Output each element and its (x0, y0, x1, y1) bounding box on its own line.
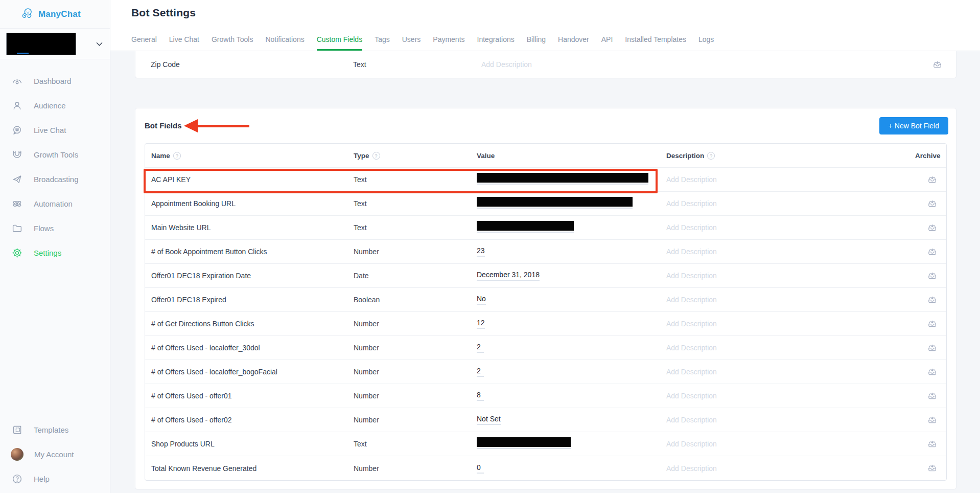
archive-icon[interactable] (927, 247, 937, 257)
field-value[interactable]: 12 (477, 319, 485, 329)
archive-icon[interactable] (927, 295, 937, 305)
field-value[interactable]: 0 (477, 463, 484, 474)
field-type: Number (354, 344, 477, 352)
field-name: Shop Products URL (145, 440, 354, 448)
tab-billing[interactable]: Billing (527, 35, 546, 51)
sidebar-item-label: Audience (34, 101, 66, 110)
sidebar-item-settings[interactable]: Settings (0, 240, 110, 265)
add-description-button[interactable]: Add Description (666, 464, 717, 473)
tab-custom-fields[interactable]: Custom Fields (317, 35, 362, 51)
new-bot-field-button[interactable]: + New Bot Field (879, 117, 948, 135)
archive-icon[interactable] (927, 367, 937, 377)
field-value[interactable] (477, 173, 648, 185)
help-icon[interactable]: ? (173, 152, 181, 160)
add-description-button[interactable]: Add Description (666, 248, 717, 256)
field-type: Number (354, 368, 477, 376)
add-description-button[interactable]: Add Description (666, 320, 717, 328)
sidebar-item-help[interactable]: Help (0, 466, 110, 491)
account-switcher[interactable] (0, 29, 110, 59)
tab-handover[interactable]: Handover (558, 35, 589, 51)
field-value[interactable] (477, 197, 633, 209)
sidebar-item-label: Templates (34, 425, 68, 434)
tab-logs[interactable]: Logs (698, 35, 714, 51)
archive-icon[interactable] (927, 223, 937, 233)
add-description-button[interactable]: Add Description (666, 344, 717, 352)
field-name: # of Get Directions Button Clicks (145, 320, 354, 328)
add-description-button[interactable]: Add Description (666, 296, 717, 304)
archive-icon[interactable] (927, 175, 937, 185)
content: Zip Code Text Add Description Bot Fields… (135, 51, 956, 489)
field-value[interactable]: No (477, 295, 486, 305)
manychat-octopus-icon (19, 7, 35, 21)
sidebar-item-label: Help (34, 475, 50, 483)
field-name: # of Book Appointment Button Clicks (145, 248, 354, 256)
add-description-button[interactable]: Add Description (666, 392, 717, 400)
field-value[interactable]: 2 (477, 367, 484, 377)
redaction-bar (477, 173, 648, 183)
archive-icon[interactable] (927, 391, 937, 401)
help-icon[interactable]: ? (707, 152, 715, 160)
add-description-button[interactable]: Add Description (666, 175, 717, 184)
sidebar-item-flows[interactable]: Flows (0, 216, 110, 240)
tab-integrations[interactable]: Integrations (477, 35, 515, 51)
sidebar: ManyChat DashboardAudienceLive ChatGrowt… (0, 0, 110, 493)
sidebar-nav: DashboardAudienceLive ChatGrowth ToolsBr… (0, 59, 110, 265)
add-description-button[interactable]: Add Description (666, 416, 717, 424)
archive-icon[interactable] (927, 463, 937, 473)
help-icon (11, 473, 23, 485)
tab-notifications[interactable]: Notifications (265, 35, 304, 51)
sidebar-item-broadcasting[interactable]: Broadcasting (0, 167, 110, 191)
archive-icon[interactable] (927, 439, 937, 449)
archive-icon[interactable] (927, 343, 937, 353)
brand-name: ManyChat (38, 9, 81, 19)
archive-icon[interactable] (927, 319, 937, 329)
brand-logo[interactable]: ManyChat (0, 0, 110, 29)
archive-icon[interactable] (927, 415, 937, 425)
add-description-button[interactable]: Add Description (666, 368, 717, 376)
tab-users[interactable]: Users (402, 35, 421, 51)
add-description-button[interactable]: Add Description (666, 199, 717, 208)
add-description-button[interactable]: Add Description (666, 440, 717, 448)
tab-installed-templates[interactable]: Installed Templates (625, 35, 686, 51)
add-description-button[interactable]: Add Description (666, 272, 717, 280)
broadcasting-icon (11, 173, 23, 185)
field-type: Text (353, 60, 481, 69)
bot-fields-card: Bot Fields + New Bot Field Name? Type? V… (135, 108, 956, 489)
table-row-main-website-url: Main Website URL Text Add Description (145, 216, 946, 240)
field-value[interactable] (477, 437, 571, 449)
tab-tags[interactable]: Tags (375, 35, 390, 51)
sidebar-item-templates[interactable]: Templates (0, 417, 110, 442)
sidebar-item-live-chat[interactable]: Live Chat (0, 118, 110, 142)
field-name: # of Offers Used - offer02 (145, 416, 354, 424)
sidebar-item-my-account[interactable]: My Account (0, 442, 110, 466)
sidebar-item-dashboard[interactable]: Dashboard (0, 69, 110, 93)
archive-icon[interactable] (927, 199, 937, 209)
field-name: Zip Code (135, 60, 353, 69)
field-value[interactable]: Not Set (477, 415, 501, 425)
table-header-row: Name? Type? Value Description? Archive (145, 144, 946, 168)
sidebar-item-growth-tools[interactable]: Growth Tools (0, 142, 110, 167)
tab-growth-tools[interactable]: Growth Tools (212, 35, 253, 51)
field-value[interactable]: December 31, 2018 (477, 271, 540, 281)
add-description-button[interactable]: Add Description (666, 223, 717, 232)
archive-icon[interactable] (932, 60, 942, 70)
field-value[interactable]: 8 (477, 391, 484, 401)
field-value[interactable] (477, 221, 574, 233)
add-description-button[interactable]: Add Description (481, 60, 532, 69)
field-value[interactable]: 23 (477, 246, 485, 257)
sidebar-item-label: Flows (34, 224, 54, 233)
field-value[interactable]: 2 (477, 343, 484, 353)
app-root: ManyChat DashboardAudienceLive ChatGrowt… (0, 0, 980, 493)
tab-payments[interactable]: Payments (433, 35, 464, 51)
tab-api[interactable]: API (601, 35, 613, 51)
table-row-of-offers-used-localoffer-bogofacial: # of Offers Used - localoffer_bogoFacial… (145, 360, 946, 384)
field-name: # of Offers Used - offer01 (145, 392, 354, 400)
tab-general[interactable]: General (131, 35, 157, 51)
help-icon[interactable]: ? (372, 152, 380, 160)
table-row-total-known-revenue-generated: Total Known Revenue Generated Number 0 A… (145, 456, 946, 480)
tab-live-chat[interactable]: Live Chat (169, 35, 199, 51)
sidebar-item-automation[interactable]: Automation (0, 191, 110, 216)
sidebar-item-audience[interactable]: Audience (0, 93, 110, 118)
automation-icon (11, 198, 23, 210)
archive-icon[interactable] (927, 271, 937, 281)
